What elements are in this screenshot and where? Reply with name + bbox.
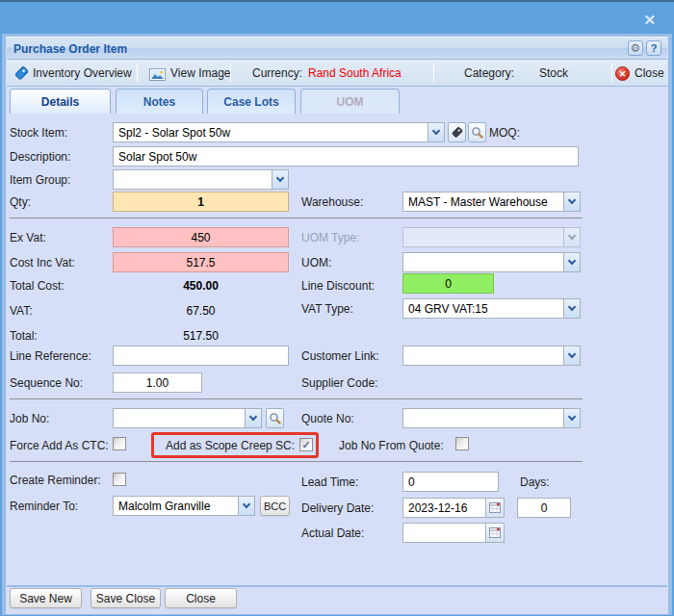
job-no-from-quote-checkbox[interactable] [455,437,469,450]
customer-link-label: Customer Link: [301,349,379,363]
actual-date-label: Actual Date: [301,526,364,540]
view-image-button[interactable]: View Image [170,66,230,80]
reminder-to-select[interactable]: Malcolm Granville [113,496,255,516]
reminder-to-label: Reminder To: [10,500,78,513]
create-reminder-checkbox[interactable] [113,473,126,486]
purchase-order-item-window: ✕ Purchase Order Item ⚙ ? Inventory Over… [0,0,674,616]
chevron-down-icon[interactable] [563,299,580,318]
bcc-button[interactable]: BCC [260,496,290,516]
total-cost-label: Total Cost: [10,279,65,293]
view-image-icon [149,67,166,85]
total-label: Total: [10,329,38,343]
toolbar-close-button[interactable]: Close [635,66,664,80]
chevron-down-icon[interactable] [272,170,288,189]
toolbar-separator [137,64,138,82]
days-label: Days: [520,475,550,489]
category-value: Stock [539,66,568,80]
currency-label: Currency: [252,66,302,80]
chevron-down-icon[interactable] [563,346,580,365]
line-discount-label: Line Discount: [301,279,375,293]
tab-notes[interactable]: Notes [116,89,203,114]
force-add-ctc-checkbox[interactable] [113,437,126,450]
help-icon[interactable]: ? [646,40,661,56]
uom-type-label: UOM Type: [301,231,359,244]
uom-type-select [402,227,581,247]
force-add-ctc-label: Force Add As CTC: [10,439,109,452]
scope-creep-checkbox[interactable]: ✓ [299,438,313,451]
chevron-down-icon[interactable] [563,192,580,211]
uom-label: UOM: [301,256,331,270]
close-icon[interactable]: ✕ [615,66,630,81]
gear-icon[interactable]: ⚙ [628,40,643,56]
chevron-down-icon[interactable] [563,409,580,427]
stock-item-label: Stock Item: [10,126,67,140]
chevron-down-icon[interactable] [238,497,254,515]
total-cost-value: 450.00 [113,279,289,293]
tab-uom: UOM [300,89,400,114]
window-top-edge [0,0,674,2]
category-label: Category: [464,66,514,80]
vat-label: VAT: [10,304,33,318]
tag-button[interactable] [448,122,466,142]
calendar-icon[interactable] [485,498,505,518]
sequence-no-label: Sequence No: [10,376,83,390]
window-close-icon[interactable]: ✕ [643,12,656,29]
qty-label: Qty: [10,195,31,209]
calendar-icon[interactable] [485,523,505,543]
close-button[interactable]: Close [165,588,237,608]
inventory-overview-button[interactable]: Inventory Overview [33,66,132,80]
actual-date-input[interactable] [402,523,486,543]
quote-no-select[interactable] [402,408,581,428]
divider [10,461,583,462]
customer-link-select[interactable] [402,346,581,366]
tab-case-lots[interactable]: Case Lots [207,89,296,114]
currency-value: Rand South Africa [308,66,402,80]
vat-type-select[interactable]: 04 GRV VAT:15 [402,298,581,319]
job-no-label: Job No: [10,412,49,425]
search-icon[interactable] [468,122,486,142]
save-close-button[interactable]: Save Close [91,588,161,608]
chevron-down-icon[interactable] [563,253,580,271]
sequence-no-input[interactable]: 1.00 [113,372,202,393]
divider [10,218,583,218]
scope-creep-label: Add as Scope Creep SC: [166,439,295,452]
chevron-down-icon [563,228,580,246]
create-reminder-label: Create Reminder: [10,474,101,487]
delivery-date-input[interactable]: 2023-12-16 [402,498,486,518]
description-label: Description: [10,150,70,164]
cost-inc-vat-input[interactable]: 517.5 [113,252,289,272]
cost-inc-vat-label: Cost Inc Vat: [10,256,75,270]
supplier-code-label: Supplier Code: [301,376,377,390]
job-no-select[interactable] [113,408,262,428]
description-input[interactable]: Solar Spot 50w [113,146,579,167]
qty-input[interactable]: 1 [113,192,289,212]
line-reference-input[interactable] [113,346,289,366]
tag-icon [13,65,29,85]
delivery-days-input[interactable]: 0 [517,498,571,518]
ex-vat-label: Ex Vat: [10,231,46,244]
warehouse-select[interactable]: MAST - Master Warehouse [402,192,581,212]
uom-select[interactable] [402,252,581,272]
line-discount-input[interactable]: 0 [402,273,494,294]
vat-type-label: VAT Type: [301,302,353,316]
tab-details[interactable]: Details [10,89,111,114]
save-new-button[interactable]: Save New [10,588,82,608]
chevron-down-icon[interactable] [245,409,261,427]
item-group-select[interactable] [113,169,289,190]
toolbar-separator [433,64,434,82]
moq-label: MOQ: [489,126,520,140]
item-group-label: Item Group: [10,173,70,187]
job-no-from-quote-label: Job No From Quote: [339,439,444,452]
stock-item-select[interactable]: Spl2 - Solar Spot 50w [113,122,445,142]
ex-vat-input[interactable]: 450 [113,227,289,247]
divider [10,398,583,399]
toolbar-separator [611,64,612,82]
job-search-icon[interactable] [266,408,284,428]
dialog-title: Purchase Order Item [13,42,127,56]
vat-value: 67.50 [113,304,289,318]
lead-time-label: Lead Time: [301,475,358,489]
total-value: 517.50 [113,329,289,343]
chevron-down-icon[interactable] [428,123,444,141]
lead-time-input[interactable]: 0 [402,472,499,492]
warehouse-label: Warehouse: [301,195,363,209]
